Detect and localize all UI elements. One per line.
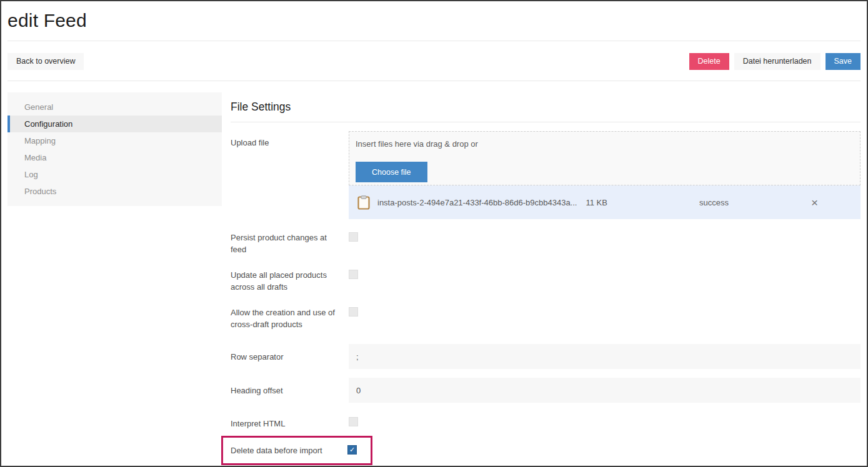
sidebar-item-mapping[interactable]: Mapping — [7, 132, 222, 149]
delete-button[interactable]: Delete — [689, 53, 729, 70]
upload-file-control: Insert files here via drag & drop or Cho… — [349, 131, 861, 219]
page-title: edit Feed — [7, 10, 861, 31]
heading-offset-input[interactable] — [349, 378, 861, 403]
update-placed-products-row: Update all placed products across all dr… — [231, 269, 861, 293]
row-separator-row: Row separator — [231, 344, 861, 369]
row-separator-input[interactable] — [349, 344, 861, 369]
page-header: edit Feed — [1, 1, 867, 41]
clipboard-icon — [357, 195, 370, 210]
interpret-html-row: Interpret HTML — [231, 416, 861, 430]
toolbar: Back to overview Delete Datei herunterla… — [1, 41, 867, 81]
persist-product-changes-checkbox[interactable] — [349, 232, 358, 242]
remove-file-icon[interactable]: × — [807, 195, 822, 210]
dropzone-hint-text: Insert files here via drag & drop or — [356, 139, 854, 149]
cross-draft-products-row: Allow the creation and use of cross-draf… — [231, 307, 861, 330]
upload-file-row: Upload file Insert files here via drag &… — [231, 131, 861, 219]
row-separator-label: Row separator — [231, 351, 349, 363]
sidebar-item-configuration[interactable]: Configuration — [7, 116, 222, 132]
interpret-html-label: Interpret HTML — [231, 416, 349, 430]
update-placed-products-label: Update all placed products across all dr… — [231, 269, 349, 293]
delete-data-row: Delete data before import ✓ — [231, 436, 861, 465]
cross-draft-products-label: Allow the creation and use of cross-draf… — [231, 307, 349, 330]
sidebar-item-log[interactable]: Log — [7, 166, 222, 183]
settings-sidebar: General Configuration Mapping Media Log … — [7, 92, 222, 206]
file-status-badge: success — [699, 198, 729, 207]
delete-data-label: Delete data before import — [231, 445, 347, 456]
uploaded-file-row: insta-posts-2-494e7a21-433f-46bb-86d6-b9… — [349, 185, 861, 219]
heading-offset-label: Heading offset — [231, 385, 349, 396]
persist-product-changes-row: Persist product changes at feed — [231, 232, 861, 255]
choose-file-button[interactable]: Choose file — [356, 162, 427, 182]
file-size: 11 KB — [586, 198, 607, 207]
persist-product-changes-label: Persist product changes at feed — [231, 232, 349, 255]
section-title: File Settings — [231, 92, 861, 122]
toolbar-actions: Delete Datei herunterladen Save — [689, 53, 861, 70]
save-button[interactable]: Save — [826, 53, 861, 70]
file-name: insta-posts-2-494e7a21-433f-46bb-86d6-b9… — [377, 198, 577, 207]
back-to-overview-button[interactable]: Back to overview — [7, 53, 84, 70]
sidebar-item-general[interactable]: General — [7, 99, 222, 116]
annotation-highlight-box: Delete data before import ✓ — [221, 436, 372, 465]
edit-feed-page: edit Feed Back to overview Delete Datei … — [0, 0, 868, 467]
update-placed-products-checkbox[interactable] — [349, 270, 358, 279]
file-settings-panel: File Settings Upload file Insert files h… — [231, 92, 861, 465]
sidebar-item-media[interactable]: Media — [7, 149, 222, 166]
delete-data-checkbox[interactable]: ✓ — [347, 445, 357, 455]
heading-offset-row: Heading offset — [231, 378, 861, 403]
interpret-html-checkbox[interactable] — [349, 417, 358, 426]
file-dropzone[interactable]: Insert files here via drag & drop or Cho… — [349, 131, 861, 185]
upload-file-label: Upload file — [231, 131, 349, 149]
cross-draft-products-checkbox[interactable] — [349, 307, 358, 317]
content-area: General Configuration Mapping Media Log … — [1, 81, 867, 465]
checkmark-icon: ✓ — [349, 446, 355, 453]
download-file-button[interactable]: Datei herunterladen — [734, 53, 821, 70]
sidebar-item-products[interactable]: Products — [7, 183, 222, 200]
